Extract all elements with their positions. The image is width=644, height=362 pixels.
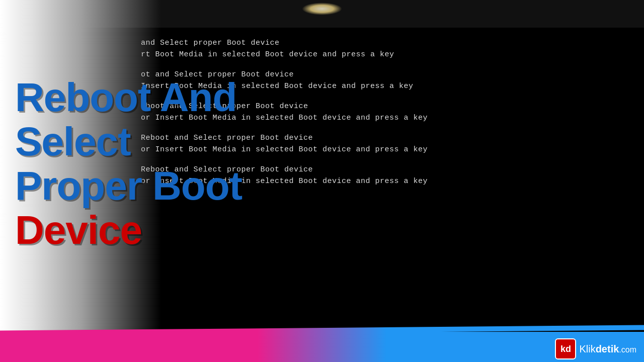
bottom-bar: kd Klikdetik.com (0, 332, 644, 362)
logo-klik: Klik (579, 343, 595, 354)
title-line-4: Device (15, 208, 242, 252)
title-line-2: Select (15, 120, 242, 164)
logo-area: kd Klikdetik.com (555, 338, 636, 359)
logo-kd-text: kd (560, 344, 571, 354)
top-light (302, 3, 342, 15)
logo-kd-badge: kd (555, 338, 576, 359)
main-container: and Select proper Boot device rt Boot Me… (0, 0, 644, 362)
logo-com: .com (619, 345, 636, 354)
logo-brand-text: Klikdetik.com (579, 343, 636, 355)
overlay-title: Reboot And Select Proper Boot Device (15, 75, 242, 252)
logo-detik: detik (596, 343, 619, 354)
title-line-1: Reboot And (15, 75, 242, 120)
title-line-3: Proper Boot (15, 164, 242, 208)
